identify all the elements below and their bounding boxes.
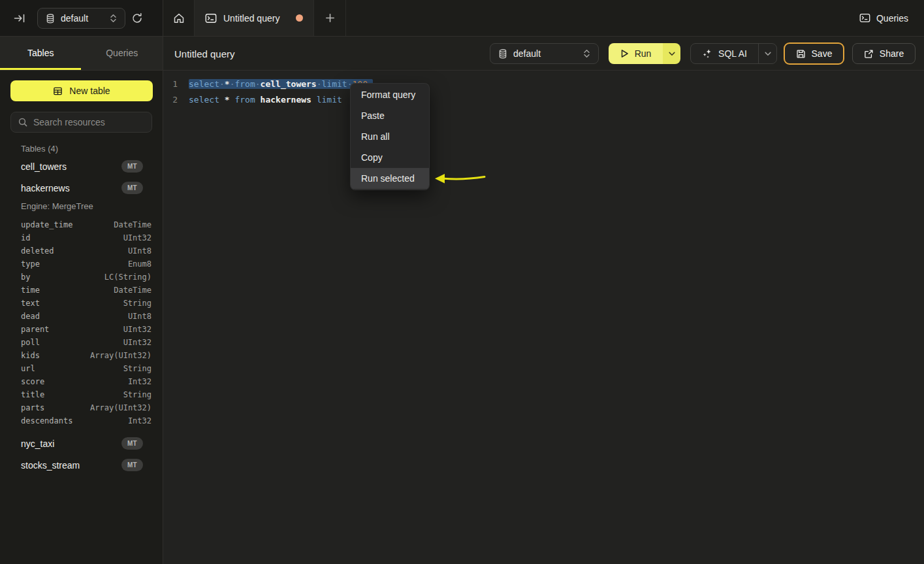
home-button[interactable]: [163, 0, 195, 36]
table-name: stocks_stream: [21, 460, 80, 471]
tab-untitled-query[interactable]: Untitled query: [195, 0, 314, 36]
column-row: parentUInt32: [0, 323, 163, 336]
column-type: UInt8: [128, 312, 151, 321]
column-row: idUInt32: [0, 231, 163, 244]
column-row: scoreInt32: [0, 375, 163, 388]
database-icon: [46, 14, 55, 24]
save-icon: [796, 49, 806, 59]
sidebar-tab-queries[interactable]: Queries: [82, 37, 163, 70]
queries-button[interactable]: Queries: [859, 0, 908, 36]
engine-badge: MT: [121, 160, 143, 173]
columns-list: update_timeDateTimeidUInt32deletedUInt8t…: [0, 214, 163, 427]
terminal-icon: [205, 13, 217, 24]
sql-ai-button-label: SQL AI: [718, 48, 747, 59]
column-name: poll: [21, 338, 40, 347]
column-type: String: [123, 390, 151, 399]
refresh-button[interactable]: [129, 11, 145, 25]
context-menu-item[interactable]: Copy: [351, 147, 429, 168]
chevron-down-icon: [765, 52, 771, 56]
sidebar-tab-tables[interactable]: Tables: [0, 37, 82, 70]
column-row: deadUInt8: [0, 310, 163, 323]
collapse-sidebar-button[interactable]: [13, 12, 26, 24]
context-menu-item[interactable]: Format query: [351, 84, 429, 105]
code-line[interactable]: 1select·*·from·cell_towers·limit·100·: [163, 76, 924, 91]
column-name: kids: [21, 351, 40, 360]
share-button[interactable]: Share: [852, 43, 916, 64]
column-name: score: [21, 377, 44, 386]
run-button-label: Run: [635, 48, 652, 59]
column-type: DateTime: [114, 286, 151, 295]
search-input[interactable]: [33, 117, 144, 127]
code-line[interactable]: 2select * from hackernews limit: [163, 91, 924, 107]
column-name: title: [21, 390, 44, 399]
sql-editor[interactable]: 1select·*·from·cell_towers·limit·100·2se…: [163, 71, 924, 564]
column-row: typeEnum8: [0, 257, 163, 271]
column-name: text: [21, 299, 40, 308]
sql-ai-button[interactable]: SQL AI: [691, 48, 758, 59]
sparkle-icon: [702, 48, 712, 59]
column-row: textString: [0, 297, 163, 310]
database-selector[interactable]: default: [37, 8, 125, 29]
context-menu: Format queryPasteRun allCopyRun selected: [350, 83, 430, 190]
new-table-button-label: New table: [69, 86, 110, 96]
engine-label: Engine: MergeTree: [0, 199, 163, 214]
code-text: select·*·from·cell_towers·limit·100·: [189, 79, 373, 89]
new-table-button[interactable]: New table: [10, 80, 153, 101]
column-type: Int32: [128, 416, 151, 425]
column-type: UInt8: [128, 246, 151, 256]
search-box[interactable]: [10, 112, 152, 133]
table-item[interactable]: nyc_taxiMT: [0, 433, 163, 454]
column-row: byLC(String): [0, 271, 163, 284]
queries-button-label: Queries: [876, 13, 908, 24]
table-name: hackernews: [21, 183, 70, 193]
column-type: UInt32: [123, 233, 151, 242]
search-icon: [18, 118, 27, 127]
engine-badge: MT: [121, 437, 143, 450]
code-lines: 1select·*·from·cell_towers·limit·100·2se…: [163, 76, 924, 107]
terminal-icon: [859, 13, 870, 23]
active-tab-underline: [0, 68, 81, 70]
run-button[interactable]: Run: [609, 43, 663, 64]
line-number: 2: [163, 95, 178, 105]
column-row: kidsArray(UInt32): [0, 349, 163, 362]
sidebar-tabs: Tables Queries: [0, 37, 163, 71]
column-type: UInt32: [123, 325, 151, 334]
sql-ai-options-button[interactable]: [758, 44, 776, 63]
column-name: update_time: [21, 220, 72, 229]
column-type: String: [123, 364, 151, 373]
topbar-sidebar-section: default: [0, 0, 163, 36]
editor-header: Untitled query default Run: [163, 37, 924, 71]
new-tab-button[interactable]: [314, 0, 346, 36]
column-name: type: [21, 259, 40, 269]
table-item[interactable]: hackernewsMT: [0, 177, 163, 199]
chevron-updown-icon: [583, 49, 590, 58]
database-selector-editor[interactable]: default: [490, 43, 599, 64]
run-options-button[interactable]: [663, 43, 680, 64]
database-selector-value: default: [513, 48, 541, 59]
column-type: String: [123, 299, 151, 308]
column-type: Array(UInt32): [90, 403, 151, 412]
context-menu-item[interactable]: Paste: [351, 105, 429, 126]
tables-list: cell_towersMThackernewsMTEngine: MergeTr…: [0, 156, 163, 476]
context-menu-item[interactable]: Run selected: [351, 168, 429, 189]
save-button[interactable]: Save: [784, 42, 844, 65]
column-name: dead: [21, 312, 40, 321]
column-type: DateTime: [114, 220, 151, 229]
table-item[interactable]: stocks_streamMT: [0, 454, 163, 476]
play-icon: [620, 49, 629, 58]
column-type: Array(UInt32): [90, 351, 151, 360]
tab-title: Untitled query: [223, 13, 279, 24]
column-name: deleted: [21, 246, 54, 256]
context-menu-item[interactable]: Run all: [351, 126, 429, 147]
engine-badge: MT: [121, 459, 143, 471]
save-button-label: Save: [812, 48, 833, 59]
column-row: titleString: [0, 388, 163, 401]
column-type: Enum8: [128, 259, 151, 269]
engine-badge: MT: [121, 182, 143, 194]
column-name: parent: [21, 325, 49, 334]
share-icon: [864, 49, 874, 59]
chevron-updown-icon: [110, 14, 117, 23]
table-item[interactable]: cell_towersMT: [0, 156, 163, 177]
column-row: pollUInt32: [0, 336, 163, 349]
query-title: Untitled query: [174, 37, 235, 71]
